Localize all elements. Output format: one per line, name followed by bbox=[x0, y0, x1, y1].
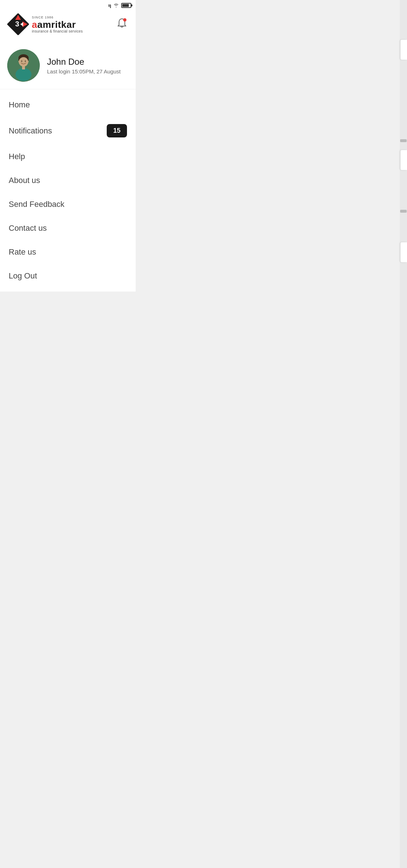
logo: 3 SINCE 1986 aamritkar insurance & finan… bbox=[7, 13, 83, 35]
header: 3 SINCE 1986 aamritkar insurance & finan… bbox=[0, 10, 136, 41]
battery-icon bbox=[121, 3, 131, 8]
profile-info: John Doe Last login 15:05PM, 27 August bbox=[47, 57, 120, 75]
svg-point-13 bbox=[16, 68, 31, 81]
menu-item-feedback[interactable]: Send Feedback bbox=[0, 192, 136, 216]
avatar bbox=[7, 49, 40, 82]
menu-label-contact: Contact us bbox=[9, 224, 47, 233]
menu-label-rate: Rate us bbox=[9, 247, 36, 257]
profile-section: John Doe Last login 15:05PM, 27 August bbox=[0, 41, 136, 89]
profile-last-login: Last login 15:05PM, 27 August bbox=[47, 68, 120, 75]
svg-point-10 bbox=[19, 57, 28, 67]
logo-graphic: 3 bbox=[7, 13, 29, 35]
menu-item-logout[interactable]: Log Out bbox=[0, 264, 136, 288]
svg-point-11 bbox=[21, 61, 22, 62]
profile-name: John Doe bbox=[47, 57, 120, 67]
menu-item-rate[interactable]: Rate us bbox=[0, 240, 136, 264]
menu-label-logout: Log Out bbox=[9, 271, 37, 281]
avatar-image bbox=[7, 49, 40, 82]
menu-item-help[interactable]: Help bbox=[0, 145, 136, 169]
menu-label-home: Home bbox=[9, 100, 30, 110]
menu-item-contact[interactable]: Contact us bbox=[0, 216, 136, 240]
bell-button[interactable] bbox=[115, 18, 128, 31]
logo-name: aamritkar bbox=[32, 20, 83, 29]
menu-item-home[interactable]: Home bbox=[0, 93, 136, 117]
logo-svg: 3 bbox=[7, 13, 29, 35]
svg-rect-14 bbox=[22, 66, 25, 69]
logo-since: SINCE 1986 bbox=[32, 16, 83, 19]
menu-label-help: Help bbox=[9, 152, 25, 161]
menu-list: Home Notifications 15 Help About us Send… bbox=[0, 89, 136, 292]
logo-text: SINCE 1986 aamritkar insurance & financi… bbox=[32, 16, 83, 33]
notification-badge: 15 bbox=[107, 124, 127, 137]
logo-subtitle: insurance & financial services bbox=[32, 29, 83, 33]
svg-point-12 bbox=[25, 61, 26, 62]
menu-item-about[interactable]: About us bbox=[0, 169, 136, 192]
menu-label-feedback: Send Feedback bbox=[9, 200, 64, 209]
menu-item-notifications[interactable]: Notifications 15 bbox=[0, 117, 136, 145]
wifi-icon bbox=[113, 3, 119, 8]
menu-label-about: About us bbox=[9, 176, 40, 185]
menu-label-notifications: Notifications bbox=[9, 126, 52, 136]
bell-icon bbox=[116, 18, 127, 31]
svg-point-5 bbox=[123, 18, 127, 21]
wifi-icon: 𝛈 bbox=[108, 2, 111, 8]
svg-text:3: 3 bbox=[15, 20, 19, 28]
status-bar: 𝛈 bbox=[0, 0, 136, 10]
drawer-menu: John Doe Last login 15:05PM, 27 August H… bbox=[0, 41, 136, 292]
